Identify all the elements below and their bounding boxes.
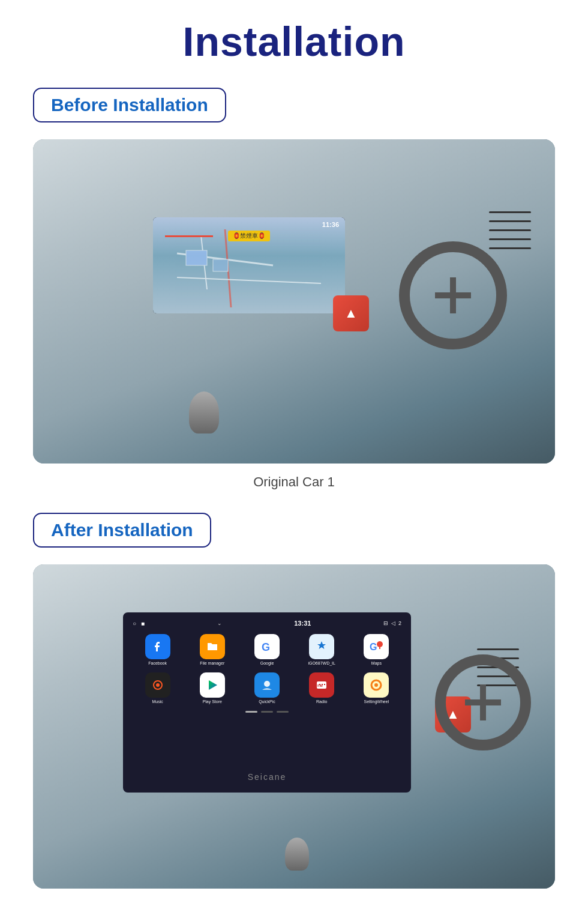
home-icon: ○ — [133, 620, 136, 627]
app-music[interactable]: Music — [133, 672, 182, 704]
after-installation-image: ○ ■ ⌄ 13:31 ⊟ ◁ 2 — [33, 564, 555, 889]
app-quickpic[interactable]: QuickPic — [242, 672, 292, 704]
igo-icon — [309, 634, 334, 659]
back-icon: ◁ — [391, 620, 395, 626]
page-wrapper: Installation Before Installation 🏮禁煙車🏮 — [0, 0, 588, 906]
before-installation-badge: Before Installation — [33, 88, 226, 122]
app-radio[interactable]: FM Radio — [297, 672, 347, 704]
svg-rect-24 — [319, 684, 320, 685]
facebook-label: Facebook — [148, 661, 167, 665]
radio-icon: FM — [309, 672, 334, 698]
app-filemanager[interactable]: File manager — [187, 634, 237, 665]
statusbar-time: 13:31 — [294, 620, 311, 627]
app-igo[interactable]: iGO687WD_IL — [297, 634, 347, 665]
app-maps[interactable]: G Maps — [352, 634, 401, 665]
svg-point-29 — [374, 683, 378, 687]
google-icon: G — [254, 634, 280, 659]
after-gear-shifter — [285, 838, 309, 871]
gear-shifter — [189, 391, 219, 433]
app-settingwheel[interactable]: SettingWheel — [352, 672, 401, 704]
svg-text:G: G — [262, 641, 270, 653]
after-steering-wheel — [435, 654, 531, 750]
playstore-icon — [200, 672, 225, 698]
window-icon: ⊟ — [383, 620, 388, 626]
playstore-label: Play Store — [203, 699, 222, 704]
filemanager-label: File manager — [200, 661, 224, 665]
statusbar-right-icons: ⊟ ◁ 2 — [383, 620, 401, 626]
quickpic-label: QuickPic — [259, 699, 275, 704]
quickpic-icon — [254, 672, 280, 698]
svg-rect-4 — [186, 250, 207, 265]
radio-label: Radio — [316, 699, 327, 704]
before-caption: Original Car 1 — [33, 474, 555, 490]
seicane-brand-label: Seicane — [248, 772, 287, 782]
svg-point-20 — [264, 681, 270, 687]
app-google[interactable]: G Google — [242, 634, 292, 665]
recent-icon: ■ — [141, 620, 145, 627]
android-statusbar: ○ ■ ⌄ 13:31 ⊟ ◁ 2 — [129, 618, 405, 628]
maps-icon: G — [364, 634, 389, 659]
page-title: Installation — [33, 18, 555, 65]
emergency-button: ▲ — [333, 295, 369, 331]
google-label: Google — [260, 661, 274, 665]
filemanager-icon — [200, 634, 225, 659]
app-playstore[interactable]: Play Store — [187, 672, 237, 704]
maps-label: Maps — [371, 661, 382, 665]
before-nav-screen: 🏮禁煙車🏮 — [153, 217, 345, 313]
music-icon — [145, 672, 170, 698]
count-badge: 2 — [398, 620, 401, 626]
before-installation-image: 🏮禁煙車🏮 — [33, 139, 555, 464]
svg-rect-25 — [322, 684, 323, 685]
app-grid-row2: Music Play Store QuickPic — [129, 669, 405, 707]
steering-wheel — [399, 241, 507, 349]
app-facebook[interactable]: Facebook — [133, 634, 182, 665]
igo-label: iGO687WD_IL — [308, 661, 335, 665]
statusbar-left-icons: ○ ■ — [133, 620, 145, 627]
after-installation-badge: After Installation — [33, 513, 211, 548]
statusbar-chevron: ⌄ — [217, 620, 222, 626]
svg-line-3 — [177, 277, 321, 283]
svg-text:G: G — [370, 642, 377, 652]
facebook-icon — [145, 634, 170, 659]
android-head-unit-screen: ○ ■ ⌄ 13:31 ⊟ ◁ 2 — [123, 612, 411, 793]
svg-point-16 — [156, 683, 160, 687]
air-vents — [489, 211, 531, 249]
settingwheel-icon — [364, 672, 389, 698]
svg-rect-26 — [324, 684, 325, 685]
svg-rect-5 — [213, 259, 228, 271]
music-label: Music — [152, 699, 163, 704]
settingwheel-label: SettingWheel — [364, 699, 389, 704]
app-grid-row1: Facebook File manager G Googl — [129, 630, 405, 669]
